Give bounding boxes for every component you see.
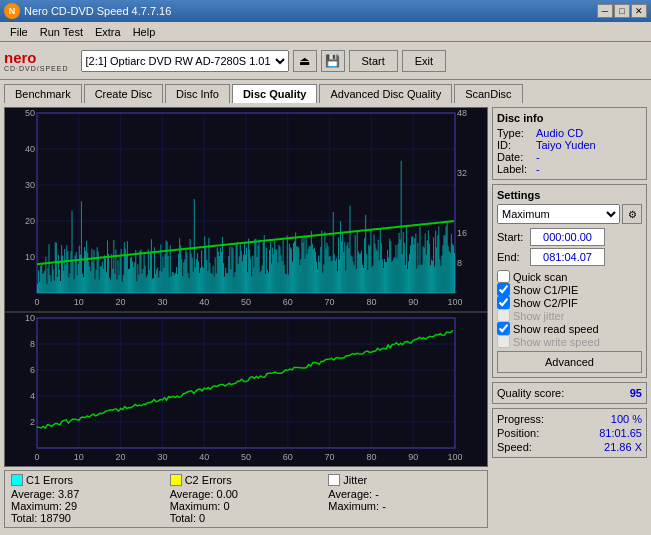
progress-value: 100 % <box>611 413 642 425</box>
menubar: File Run Test Extra Help <box>0 22 651 42</box>
c2-max-value: 0 <box>223 500 229 512</box>
tab-disc-quality[interactable]: Disc Quality <box>232 84 318 103</box>
advanced-button[interactable]: Advanced <box>497 351 642 373</box>
c2-max-label: Maximum: <box>170 500 224 512</box>
tab-create-disc[interactable]: Create Disc <box>84 84 163 103</box>
menu-help[interactable]: Help <box>127 24 162 40</box>
tab-scandisc[interactable]: ScanDisc <box>454 84 522 103</box>
speed-selector[interactable]: Maximum 4x 8x <box>497 204 620 224</box>
progress-label: Progress: <box>497 413 544 425</box>
charts-container <box>4 107 488 467</box>
show-jitter-checkbox[interactable] <box>497 309 510 322</box>
show-read-speed-label: Show read speed <box>513 323 599 335</box>
quality-score-row: Quality score: 95 <box>497 387 642 399</box>
disc-label-label: Label: <box>497 163 532 175</box>
disc-info-panel: Disc info Type: Audio CD ID: Taiyo Yuden… <box>492 107 647 180</box>
jitter-color <box>328 474 340 486</box>
exit-button[interactable]: Exit <box>402 50 446 72</box>
end-row: End: 081:04.07 <box>497 248 642 266</box>
c2-color <box>170 474 182 486</box>
c2-avg-label: Average: <box>170 488 217 500</box>
quality-score-label: Quality score: <box>497 387 564 399</box>
c1-label: C1 Errors <box>26 474 73 486</box>
quality-score-value: 95 <box>630 387 642 399</box>
c2-stats: C2 Errors Average: 0.00 Maximum: 0 Total… <box>170 474 323 524</box>
tab-advanced-disc-quality[interactable]: Advanced Disc Quality <box>319 84 452 103</box>
disc-id-label: ID: <box>497 139 532 151</box>
settings-icon-btn[interactable]: ⚙ <box>622 204 642 224</box>
save-button[interactable]: 💾 <box>321 50 345 72</box>
c2-chart <box>5 313 487 466</box>
start-input[interactable]: 000:00.00 <box>530 228 605 246</box>
c2-average-row: Average: 0.00 <box>170 488 323 500</box>
nero-sublogo: CD·DVD/SPEED <box>4 65 69 72</box>
show-c1-label: Show C1/PIE <box>513 284 578 296</box>
quick-scan-checkbox[interactable] <box>497 270 510 283</box>
app-icon: N <box>4 3 20 19</box>
disc-info-title: Disc info <box>497 112 642 124</box>
show-read-speed-checkbox[interactable] <box>497 322 510 335</box>
show-read-speed-row: Show read speed <box>497 322 642 335</box>
c1-chart <box>5 108 487 312</box>
c1-avg-value: 3.87 <box>58 488 79 500</box>
disc-date-value: - <box>536 151 540 163</box>
c1-color <box>11 474 23 486</box>
show-c2-row: Show C2/PIF <box>497 296 642 309</box>
show-c1-row: Show C1/PIE <box>497 283 642 296</box>
c2-total-value: 0 <box>199 512 205 524</box>
right-panel: Disc info Type: Audio CD ID: Taiyo Yuden… <box>492 107 647 528</box>
jitter-avg-value: - <box>375 488 379 500</box>
jitter-average-row: Average: - <box>328 488 481 500</box>
jitter-max-value: - <box>382 500 386 512</box>
c2-avg-value: 0.00 <box>217 488 238 500</box>
c1-max-value: 29 <box>65 500 77 512</box>
show-write-speed-checkbox[interactable] <box>497 335 510 348</box>
c1-header: C1 Errors <box>11 474 164 486</box>
disc-type-row: Type: Audio CD <box>497 127 642 139</box>
end-input[interactable]: 081:04.07 <box>530 248 605 266</box>
show-write-speed-row: Show write speed <box>497 335 642 348</box>
c1-total-value: 18790 <box>40 512 71 524</box>
jitter-max-label: Maximum: <box>328 500 382 512</box>
show-c1-checkbox[interactable] <box>497 283 510 296</box>
tabs: Benchmark Create Disc Disc Info Disc Qua… <box>0 80 651 103</box>
maximize-button[interactable]: □ <box>614 4 630 18</box>
minimize-button[interactable]: ─ <box>597 4 613 18</box>
titlebar-controls: ─ □ ✕ <box>597 4 647 18</box>
disc-label-row: Label: - <box>497 163 642 175</box>
eject-button[interactable]: ⏏ <box>293 50 317 72</box>
left-panel: C1 Errors Average: 3.87 Maximum: 29 Tota… <box>4 107 488 528</box>
chart1-container <box>5 108 487 313</box>
jitter-header: Jitter <box>328 474 481 486</box>
drive-selector[interactable]: [2:1] Optiarc DVD RW AD-7280S 1.01 <box>81 50 289 72</box>
c1-max-row: Maximum: 29 <box>11 500 164 512</box>
close-button[interactable]: ✕ <box>631 4 647 18</box>
quality-score-panel: Quality score: 95 <box>492 382 647 404</box>
start-button[interactable]: Start <box>349 50 398 72</box>
c1-stats: C1 Errors Average: 3.87 Maximum: 29 Tota… <box>11 474 164 524</box>
quick-scan-label: Quick scan <box>513 271 567 283</box>
progress-panel: Progress: 100 % Position: 81:01.65 Speed… <box>492 408 647 458</box>
disc-date-label: Date: <box>497 151 532 163</box>
menu-run-test[interactable]: Run Test <box>34 24 89 40</box>
menu-extra[interactable]: Extra <box>89 24 127 40</box>
jitter-stats: Jitter Average: - Maximum: - <box>328 474 481 524</box>
menu-file[interactable]: File <box>4 24 34 40</box>
titlebar: N Nero CD-DVD Speed 4.7.7.16 ─ □ ✕ <box>0 0 651 22</box>
progress-row: Progress: 100 % <box>497 412 642 426</box>
speed-label: Speed: <box>497 441 532 453</box>
disc-id-value: Taiyo Yuden <box>536 139 596 151</box>
show-c2-checkbox[interactable] <box>497 296 510 309</box>
c2-header: C2 Errors <box>170 474 323 486</box>
show-jitter-label: Show jitter <box>513 310 564 322</box>
disc-type-value: Audio CD <box>536 127 583 139</box>
c1-avg-label: Average: <box>11 488 58 500</box>
end-label: End: <box>497 251 527 263</box>
show-write-speed-label: Show write speed <box>513 336 600 348</box>
speed-row: Maximum 4x 8x ⚙ <box>497 204 642 224</box>
position-label: Position: <box>497 427 539 439</box>
tab-benchmark[interactable]: Benchmark <box>4 84 82 103</box>
tab-disc-info[interactable]: Disc Info <box>165 84 230 103</box>
disc-id-row: ID: Taiyo Yuden <box>497 139 642 151</box>
start-row: Start: 000:00.00 <box>497 228 642 246</box>
